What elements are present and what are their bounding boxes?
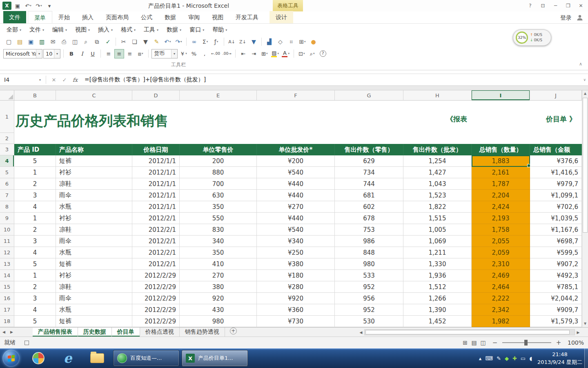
zoom-level[interactable]: 100% [566,339,584,346]
cell-D13[interactable]: 2012/2/1 [132,258,180,270]
cell-J18[interactable]: ¥1,579,3 [530,316,582,327]
cell-H16[interactable]: 1,266 [403,293,472,304]
cell-F5[interactable]: ¥540 [257,167,335,178]
ribbon-tab-开始[interactable]: 开始 [52,11,76,23]
cell-E8[interactable]: 350 [180,201,257,213]
excel-logo-icon[interactable]: X [2,2,11,10]
cell-C5[interactable]: 衬衫 [56,167,132,178]
cell-B12[interactable]: 4 [14,247,56,258]
cell-C15[interactable]: 凉鞋 [56,281,132,293]
cell-D18[interactable]: 2012/2/29 [132,316,180,327]
cell-C11[interactable]: 雨伞 [56,236,132,247]
report-link[interactable]: 《报表 [446,114,467,124]
cell-F15[interactable]: ¥280 [257,281,335,293]
cell-I6[interactable]: 1,787 [472,178,530,190]
cell-E14[interactable]: 270 [180,270,257,281]
ribbon-tab-file[interactable]: 文件 [3,11,26,23]
spellcheck-button[interactable]: ✓ [103,37,113,47]
cell-E15[interactable]: 380 [180,281,257,293]
sheet-tab-价格点透视[interactable]: 价格点透视 [140,328,180,337]
touch-keyboard-icon[interactable]: ⌨ [485,355,493,361]
hyperlink-button[interactable]: ∞ [189,37,199,47]
cell-H11[interactable]: 1,069 [403,236,472,247]
hidden-icons-button[interactable]: ▴ [479,355,482,361]
scroll-down-icon[interactable]: ▼ [582,321,588,327]
cell-C4[interactable]: 短裤 [56,155,132,167]
format-painter-button[interactable]: ✎ [151,37,162,47]
borders-button[interactable]: ⊞▾ [260,49,270,58]
menu-视图[interactable]: 视图▾ [71,25,94,35]
cell-G11[interactable]: 986 [335,236,403,247]
cell-D17[interactable]: 2012/2/29 [132,304,180,316]
sort-asc-button[interactable]: A↓ [227,37,237,47]
cell-E17[interactable]: 430 [180,304,257,316]
cell-E13[interactable]: 410 [180,258,257,270]
redo-toolbar-button[interactable]: ↷▾ [174,37,184,47]
cell-B9[interactable]: 1 [14,213,56,224]
cell-G5[interactable]: 734 [335,167,403,178]
cell-C8[interactable]: 水瓶 [56,201,132,213]
antivirus-shield-icon[interactable]: ◆ [505,355,509,361]
taskbar-window-产品价目单1...[interactable]: X产品价目单1... [182,350,248,366]
cell-E10[interactable]: 830 [180,224,257,236]
cell-I18[interactable]: 1,982 [472,316,530,327]
cell-F13[interactable]: ¥380 [257,258,335,270]
row-header-15[interactable]: 15 [0,281,14,293]
cell-I14[interactable]: 2,469 [472,270,530,281]
horizontal-scroll-track[interactable] [364,329,575,335]
row-header-18[interactable]: 18 [0,316,14,327]
ribbon-display-options-button[interactable]: ⊡ [537,0,549,11]
cell-D16[interactable]: 2012/2/29 [132,293,180,304]
cell-B18[interactable]: 5 [14,316,56,327]
fill-color-button[interactable]: ▨▾ [270,49,280,58]
cell-G10[interactable]: 753 [335,224,403,236]
title-cell[interactable]: 历史产品价格列表和销售 《报表 价目单 》 [14,101,582,133]
cell-D6[interactable]: 2012/1/1 [132,178,180,190]
cell-J11[interactable]: ¥698,7 [530,236,582,247]
row-header-8[interactable]: 8 [0,201,14,213]
sheet-nav-right-icon[interactable]: ▶ [8,330,16,334]
export-button[interactable]: ▥ [37,37,47,47]
menu-编辑[interactable]: 编辑▾ [48,25,71,35]
cell-D7[interactable]: 2012/1/1 [132,190,180,201]
empty-row-cells[interactable] [14,133,582,144]
cell-I15[interactable]: 2,464 [472,281,530,293]
cell-E7[interactable]: 630 [180,190,257,201]
cell-I10[interactable]: 1,758 [472,224,530,236]
cell-F4[interactable]: ¥200 [257,155,335,167]
cell-F14[interactable]: ¥180 [257,270,335,281]
open-folder-button[interactable]: ▤ [15,37,25,47]
cell-C9[interactable]: 衬衫 [56,213,132,224]
cell-H14[interactable]: 1,936 [403,270,472,281]
ribbon-tab-审阅[interactable]: 审阅 [182,11,206,23]
zoom-slider[interactable] [502,342,551,343]
menu-帮助[interactable]: 帮助▾ [208,25,231,35]
row-header-12[interactable]: 12 [0,247,14,258]
cell-D11[interactable]: 2012/2/1 [132,236,180,247]
pivot-button[interactable]: ⊞▾ [297,37,307,47]
cell-D14[interactable]: 2012/2/29 [132,270,180,281]
comment-button[interactable]: ● [308,37,318,47]
cell-C18[interactable]: 短裤 [56,316,132,327]
align-center-button[interactable]: ≡ [114,49,124,58]
currency-style-button[interactable]: ￥▾ [178,49,188,58]
ribbon-tab-插入[interactable]: 插入 [76,11,100,23]
cell-J5[interactable]: ¥1,416,5 [530,167,582,178]
menu-文件[interactable]: 文件▾ [25,25,48,35]
row-header-5[interactable]: 5 [0,167,14,178]
cell-J7[interactable]: ¥1,099,1 [530,190,582,201]
cell-F10[interactable]: ¥540 [257,224,335,236]
column-header-I[interactable]: I [472,90,530,101]
table-header-J[interactable]: 总销售（金额 [530,144,582,155]
cell-D8[interactable]: 2012/1/1 [132,201,180,213]
undo-toolbar-button[interactable]: ↶▾ [163,37,173,47]
row-header-9[interactable]: 9 [0,213,14,224]
name-box-dropdown-icon[interactable]: ▾ [39,78,46,82]
collapse-ribbon-icon[interactable]: ∧ [579,61,582,67]
cancel-entry-icon[interactable]: ✕ [49,77,59,83]
row-header-13[interactable]: 13 [0,258,14,270]
cell-B17[interactable]: 4 [14,304,56,316]
snapshot-button[interactable]: ⧉ [92,37,102,47]
cell-H5[interactable]: 1,427 [403,167,472,178]
cell-D15[interactable]: 2012/2/29 [132,281,180,293]
